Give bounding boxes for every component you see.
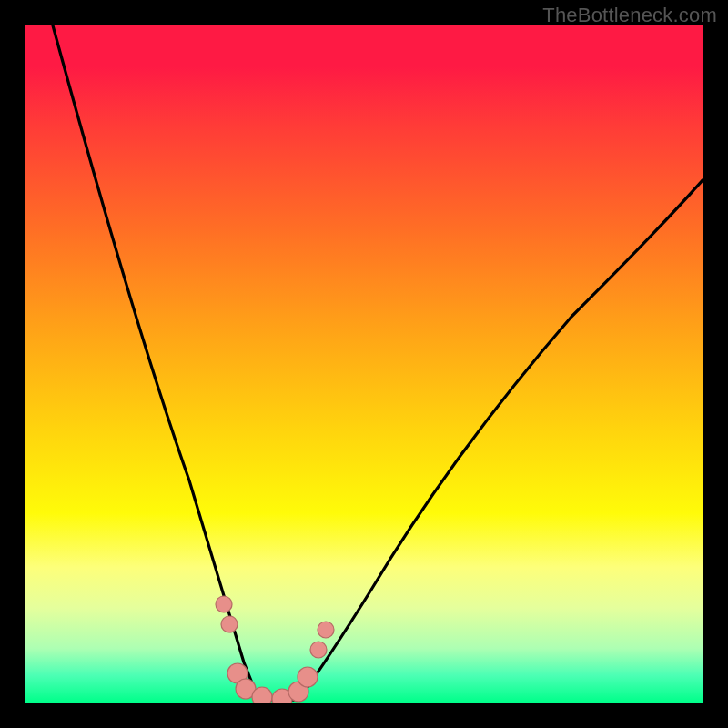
watermark-text: TheBottleneck.com (542, 4, 717, 27)
chart-frame: TheBottleneck.com (0, 0, 728, 728)
marker-group (216, 596, 334, 703)
bottleneck-curve-right (298, 180, 703, 700)
marker-dot (298, 667, 318, 687)
marker-dot (221, 616, 238, 632)
marker-dot (252, 687, 272, 703)
plot-area (25, 25, 703, 703)
marker-dot (318, 622, 334, 638)
marker-dot (310, 642, 327, 658)
curve-layer (25, 25, 703, 703)
marker-dot (216, 596, 232, 612)
